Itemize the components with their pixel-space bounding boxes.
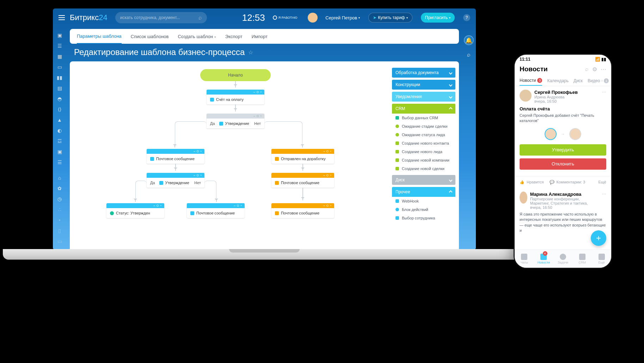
search-input[interactable] (120, 15, 198, 20)
bottom-nav-more[interactable]: Ещё (592, 250, 611, 268)
mobile-header: Новости ⌕ ⚙ ⋯ (515, 64, 611, 76)
palette-item-crm-data[interactable]: Выбор данных CRM (392, 114, 455, 122)
node-status-approved[interactable]: × Статус: Утвержден (106, 203, 164, 218)
sidebar-layers-icon[interactable]: ☲ (57, 138, 62, 144)
palette-item-choose-user[interactable]: Выбор сотрудника (392, 214, 455, 222)
sidebar-apps-icon[interactable]: ▦ (57, 54, 62, 59)
node-approval-2[interactable]: × ДаУтверждениеНет (147, 173, 204, 188)
global-search[interactable]: ⌕ (115, 12, 207, 23)
sidebar-phone-icon[interactable]: ▯ (57, 228, 62, 234)
tab-import[interactable]: Импорт (252, 30, 268, 43)
search-side-icon[interactable]: ⌕ (467, 52, 471, 58)
comments-label[interactable]: Комментарии: 3 (557, 180, 585, 184)
sidebar-home-icon[interactable]: ⌂ (57, 175, 62, 181)
sidebar-list-icon[interactable]: ☰ (57, 159, 62, 165)
palette-item-new-lead[interactable]: Создание нового лида (392, 147, 455, 156)
user-avatar[interactable] (308, 13, 318, 23)
search-icon[interactable]: ⌕ (585, 66, 589, 73)
user-name-dropdown[interactable]: Сергей Петров▾ (325, 15, 360, 20)
post-more-icon[interactable]: ⋯ (602, 90, 606, 103)
post-avatar[interactable] (520, 192, 527, 204)
bottom-nav-news[interactable]: Новости4 (534, 250, 553, 268)
post-author: Сергей Прокофьев (534, 90, 578, 95)
approve-button[interactable]: Утвердить (520, 144, 606, 156)
node-approval-1[interactable]: × ДаУтверждениеНет (207, 114, 264, 128)
node-rework[interactable]: × Отправлен на доработку (271, 149, 334, 164)
like-label[interactable]: Нравится (527, 180, 544, 184)
palette-other-header[interactable]: Прочее (392, 187, 455, 197)
feed-post-2[interactable]: Марина Александрова Партнерские конферен… (515, 188, 611, 237)
mobile-tab-disk[interactable]: Диск (574, 76, 583, 86)
palette-item-new-company[interactable]: Создание новой компании (392, 156, 455, 164)
palette-item-webhook[interactable]: WebHook (392, 197, 455, 205)
palette-doc-header[interactable]: Обработка документа (392, 68, 455, 78)
node-invoice[interactable]: × Счёт на оплату (207, 90, 264, 104)
buy-plan-button[interactable]: ➤Купить тариф▾ (368, 13, 412, 23)
sidebar-book-icon[interactable]: ▤ (57, 85, 62, 91)
sidebar-bank-icon[interactable]: ▲ (57, 117, 62, 123)
palette-item-new-contact[interactable]: Создание нового контакта (392, 139, 455, 147)
avatar-to[interactable] (569, 128, 581, 140)
sidebar-clock-icon[interactable]: ◷ (57, 196, 62, 202)
node-mail-left[interactable]: × Почтовое сообщение (147, 149, 204, 164)
palette-item-action-block[interactable]: Блок действий (392, 205, 455, 214)
node-mail-bottom-mid[interactable]: × Почтовое сообщение (187, 203, 245, 218)
tab-create-template[interactable]: Создать шаблон ▾ (178, 30, 216, 43)
node-mail-right[interactable]: × Почтовое сообщение (271, 173, 334, 188)
palette-constr-header[interactable]: Конструкции (392, 80, 455, 90)
more-label[interactable]: Ещё (598, 180, 606, 184)
tab-template-list[interactable]: Список шаблонов (131, 30, 169, 43)
bottom-nav-chats[interactable]: Чаты (515, 250, 534, 268)
work-status-badge[interactable]: Я РАБОТАЮ (273, 16, 298, 20)
help-icon[interactable]: ? (463, 14, 470, 21)
feed-post-1[interactable]: Сергей Прокофьев Ирина Андреева вчера, 1… (515, 86, 611, 176)
post-body: Я сама это приложение часто использую в … (520, 212, 606, 234)
palette-item-wait-lead[interactable]: Ожидание статуса лида (392, 131, 455, 139)
send-icon: ➤ (373, 15, 376, 20)
sidebar-dot-icon[interactable]: • (57, 217, 62, 223)
sidebar-screen-icon[interactable]: ▭ (57, 238, 62, 244)
notifications-icon[interactable]: 🔔 (464, 35, 474, 45)
tab-export[interactable]: Экспорт (225, 30, 243, 43)
sidebar-code-icon[interactable]: ⟨⟩ (57, 107, 62, 112)
node-start[interactable]: Начало (200, 69, 271, 81)
reject-button[interactable]: Отклонить (520, 158, 606, 170)
sidebar-doc-icon[interactable]: ▭ (57, 64, 62, 70)
filter-icon[interactable]: ⚙ (592, 66, 597, 73)
sidebar-window-icon[interactable]: ▣ (57, 32, 62, 38)
like-icon[interactable]: 👍 (520, 180, 525, 184)
sidebar-image-icon[interactable]: ▣ (57, 149, 62, 155)
avatar-from[interactable] (545, 128, 557, 140)
favorite-star-icon[interactable]: ☆ (248, 49, 253, 56)
fab-add-button[interactable]: + (591, 230, 606, 246)
bottom-nav-tasks[interactable]: Задачи (553, 250, 573, 268)
post-avatar[interactable] (520, 90, 532, 102)
post-actions-bar: 👍Нравится 💬Комментарии: 3 Ещё (515, 176, 611, 188)
palette-notif-header[interactable]: Уведомления (392, 92, 455, 102)
sidebar-globe-icon[interactable]: ◐ (57, 128, 62, 133)
flow-area[interactable]: Начало × Счёт на оплату × ДаУтверждениеН… (70, 61, 388, 250)
palette-item-new-deal[interactable]: Создание новой сделки (392, 164, 455, 173)
mobile-tab-news[interactable]: Новости3 (520, 76, 542, 86)
more-icon[interactable]: ⋯ (601, 66, 606, 73)
sidebar-gear-icon[interactable]: ✿ (57, 186, 62, 191)
palette-disk-header[interactable]: Диск (392, 175, 455, 185)
more-icon (599, 254, 605, 260)
triangle-icon (395, 116, 399, 120)
bottom-nav-crm[interactable]: CRM (572, 250, 592, 268)
node-mail-bottom-right[interactable]: × Почтовое сообщение (271, 203, 334, 218)
tab-template-params[interactable]: Параметры шаблона (77, 29, 122, 44)
sidebar-chart-icon[interactable]: ▮▮ (57, 75, 62, 80)
sidebar-robot-icon[interactable]: ◓ (57, 96, 62, 102)
palette-crm-header[interactable]: CRM (392, 104, 455, 114)
invite-button[interactable]: Пригласить▾ (421, 13, 455, 23)
post-time: вчера, 16:50 (530, 205, 599, 210)
sidebar-sitemap-icon[interactable]: ∴ (57, 207, 62, 212)
menu-toggle-icon[interactable] (59, 15, 65, 20)
mobile-tab-calendar[interactable]: Календарь (547, 76, 569, 86)
palette-item-wait-deal[interactable]: Ожидание стадии сделки (392, 122, 455, 131)
comment-icon[interactable]: 💬 (550, 180, 554, 184)
sidebar-filter-icon[interactable]: ☰ (57, 43, 62, 49)
post-more-icon[interactable]: ⋯ (602, 192, 606, 210)
mobile-tab-video[interactable]: Видео›1 (588, 76, 609, 86)
